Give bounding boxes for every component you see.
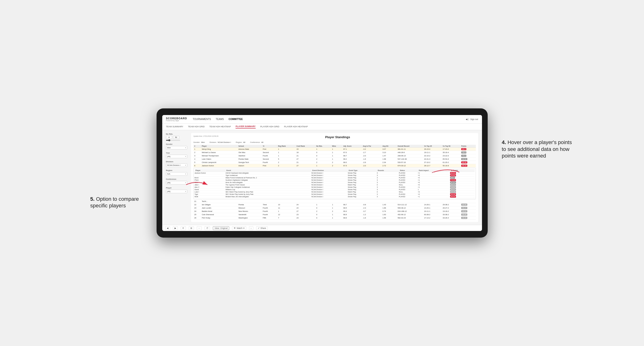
clock-button[interactable]: ⏱: [204, 226, 210, 230]
cell-points[interactable]: 68.18: [460, 164, 476, 168]
col-yr: Yr: [262, 145, 277, 148]
cell-conf-rank: 21: [296, 161, 315, 164]
cell-points[interactable]: 40.68: [460, 203, 476, 206]
cell-adj-score: 67.1: [342, 148, 362, 151]
cell-to-par: -1.6: [362, 158, 382, 161]
cell-rank: 22: [194, 203, 201, 206]
cell-points[interactable]: 40.27: [460, 206, 476, 210]
exp-cell-status: PLAYED: [399, 172, 418, 174]
watch-button[interactable]: 👁 Watch ▾: [232, 226, 246, 230]
tab-player-h2h-grid[interactable]: PLAYER H2H GRID: [260, 125, 279, 128]
cell-vs25: 27-10-2: [423, 161, 442, 164]
exp-col-division: Event Division: [312, 169, 348, 172]
standings-title: Player Standings: [325, 135, 350, 139]
cell-points[interactable]: 40.02: [460, 210, 476, 213]
tab-player-h2h-heatmap[interactable]: PLAYER H2H HEATMAP: [284, 125, 308, 128]
cell-points[interactable]: 39.95: [460, 213, 476, 216]
list-item: Mare Amer An Intercollegiate NCAA Divisi…: [195, 181, 475, 184]
cell-blank: [262, 200, 460, 203]
nav-committee[interactable]: COMMITTEE: [228, 118, 243, 120]
cell-adj-score: 69.4: [342, 210, 362, 213]
update-time-label: Update time:: [194, 135, 203, 137]
table-row: 2 Michael La Sasso Ole Miss Second 1 18 …: [194, 151, 476, 154]
cell-to-par: -2.0: [362, 154, 382, 158]
cell-reg-rank: 1: [277, 154, 296, 158]
cell-points[interactable]: 70.2: [460, 154, 476, 158]
cell-vs50: 26-27-2: [442, 206, 460, 210]
gender-dropdown[interactable]: Men: [166, 146, 187, 150]
cell-player: Luke Claton: [201, 158, 238, 161]
tab-player-summary[interactable]: PLAYER SUMMARY: [236, 125, 256, 129]
refresh-button[interactable]: ⟳: [181, 226, 186, 230]
cell-adj-score: 68.7: [342, 154, 362, 158]
exp-cell-status: PLAYED: [399, 179, 418, 181]
conference-dropdown[interactable]: (All): [166, 181, 187, 184]
cell-school: Stanford: [238, 154, 262, 158]
nav-teams[interactable]: TEAMS: [216, 118, 224, 120]
filter-conference-label: Conference:: [250, 141, 260, 143]
cell-conf-rank: 18: [296, 151, 315, 154]
cell-reg-rank: 2: [277, 164, 296, 168]
cell-conf-rank: 15: [296, 148, 315, 151]
exp-cell-status: PLAYED: [399, 181, 418, 184]
cell-rank: 2: [194, 151, 201, 154]
copy-button[interactable]: ⊞: [189, 226, 194, 230]
cell-no-rds: 0: [315, 151, 331, 154]
cell-player: Petr Hruby: [201, 216, 238, 220]
cell-adj-score: 67.0: [342, 151, 362, 154]
exp-cell-division: NCAA Division I: [312, 188, 348, 191]
table-row: 23 Jack Lundin Missouri Fourth 11 24 0 1…: [194, 206, 476, 210]
cell-rank: 3: [194, 154, 201, 158]
exp-cell-status: NULL: [399, 184, 418, 186]
export-button[interactable]: ↓: [249, 226, 254, 230]
exp-cell-rounds: 3: [377, 181, 399, 184]
dots-button[interactable]: ···: [197, 226, 202, 230]
sign-out-link[interactable]: Sign out: [470, 118, 478, 120]
cell-reg-rank: 7: [277, 216, 296, 220]
col-points: Points: [460, 145, 476, 148]
cell-avg-sg: 1.43: [382, 203, 396, 206]
cell-points[interactable]: 88.2: [460, 148, 476, 151]
no-rds-max-input[interactable]: [173, 136, 179, 139]
forward-button[interactable]: ▶: [173, 226, 178, 230]
no-rds-min-input[interactable]: [166, 136, 172, 139]
cell-adj-score: 68.5: [342, 206, 362, 210]
region-dropdown[interactable]: N/A: [166, 172, 187, 176]
tab-team-h2h-heatmap[interactable]: TEAM H2H HEATMAP: [209, 125, 231, 128]
table-row: 3 Michael Thorbjornsen Stanford Fourth 1…: [194, 154, 476, 158]
back-button[interactable]: ◀: [165, 226, 170, 230]
cell-record: 674-33-12: [396, 164, 423, 168]
cell-points[interactable]: 76.3: [460, 151, 476, 154]
share-label: Share: [260, 227, 266, 229]
exp-cell-division: NCAA Division I: [312, 172, 348, 174]
exp-cell-type: Match Play: [348, 191, 377, 193]
cell-wins: 2: [331, 210, 342, 213]
list-item: Jake I The Cypress Point Classic NCAA Di…: [195, 184, 475, 186]
exp-cell-event: SEC Match Play hosted by Jerry Pate: [226, 191, 311, 193]
division-dropdown[interactable]: NCAA Division I: [166, 164, 187, 167]
exp-cell-rounds: 3: [377, 179, 399, 181]
cell-to-par: -1.6: [362, 216, 382, 220]
exp-cell-type: Stroke Play: [348, 177, 377, 179]
cell-points[interactable]: 38.49: [460, 216, 476, 220]
cell-points[interactable]: 80.49: [460, 161, 476, 164]
table-row: 4 Luke Claton Florida State Second 5 27 …: [194, 158, 476, 161]
year-dropdown[interactable]: (All): [166, 155, 187, 158]
view-original-button[interactable]: View: Original: [213, 226, 229, 230]
cell-rank: 21: [194, 200, 201, 203]
cell-reg-rank: 1: [277, 148, 296, 151]
table-row: 24 Bastien Amat New Mexico Fourth 1 27 2…: [194, 210, 476, 213]
conference-label: Conference: [166, 178, 187, 180]
nav-tournaments[interactable]: TOURNAMENTS: [193, 118, 211, 120]
share-button[interactable]: ⤢ Share: [256, 226, 268, 230]
cell-adj-score: 68.0: [342, 161, 362, 164]
player-dropdown[interactable]: (All): [166, 190, 187, 193]
exp-cell-status: PLAYED: [399, 186, 418, 188]
tab-team-h2h-grid[interactable]: TEAM H2H GRID: [188, 125, 205, 128]
cell-vs50: 35-16-4: [442, 151, 460, 154]
cell-yr: Fourth: [262, 154, 277, 158]
tab-team-summary[interactable]: TEAM SUMMARY: [166, 125, 183, 128]
no-rds-slider[interactable]: [166, 140, 180, 141]
table-row: 1 Wenyi Ding Arizona State First 1 15 1 …: [194, 148, 476, 151]
cell-points[interactable]: 68.54: [460, 158, 476, 161]
